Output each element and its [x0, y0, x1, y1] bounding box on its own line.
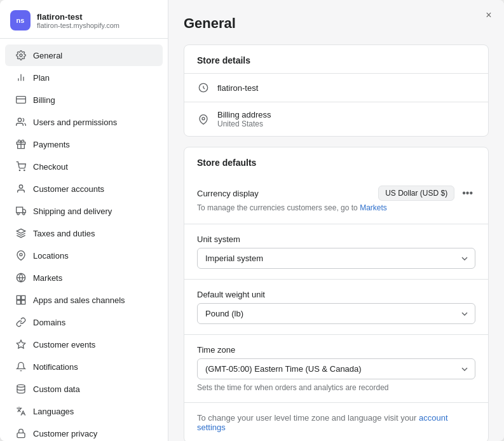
sidebar-item-custom-data[interactable]: Custom data	[5, 378, 163, 400]
svg-point-12	[17, 213, 19, 215]
taxes-icon	[15, 227, 27, 239]
weight-section: Default weight unit Pound (lb)	[184, 279, 488, 334]
main-content: General Store details flatiron-test Bill…	[168, 0, 504, 441]
apps-icon	[15, 294, 27, 306]
store-defaults-title: Store defaults	[184, 147, 488, 175]
users-icon	[15, 116, 27, 128]
currency-badge: US Dollar (USD $)	[378, 186, 454, 201]
unit-system-select[interactable]: Imperial system	[197, 248, 475, 269]
timezone-select[interactable]: (GMT-05:00) Eastern Time (US & Canada)	[197, 358, 475, 379]
checkout-icon	[15, 161, 27, 172]
sidebar-item-label-taxes: Taxes and duties	[33, 229, 95, 238]
custom-icon	[15, 383, 27, 395]
currency-desc: To manage the currencies customers see, …	[197, 203, 475, 212]
svg-rect-4	[17, 97, 26, 104]
store-header: ns flatiron-test flatiron-test.myshopify…	[0, 0, 168, 39]
sidebar-item-label-general: General	[33, 51, 62, 60]
store-info: flatiron-test flatiron-test.myshopify.co…	[37, 12, 119, 29]
billing-icon	[15, 94, 27, 105]
languages-icon	[15, 405, 27, 417]
store-icon	[197, 81, 210, 94]
timezone-wrapper: (GMT-05:00) Eastern Time (US & Canada)	[197, 358, 475, 379]
currency-row: Currency display US Dollar (USD $) •••	[197, 186, 475, 201]
svg-point-22	[17, 384, 25, 387]
sidebar-item-label-markets: Markets	[33, 273, 62, 283]
store-name-row: flatiron-test	[184, 73, 488, 102]
markets-icon	[15, 272, 27, 283]
sidebar-item-privacy[interactable]: Customer privacy	[5, 423, 163, 441]
weight-label: Default weight unit	[197, 290, 475, 299]
sidebar-item-markets[interactable]: Markets	[5, 267, 163, 288]
sidebar-item-label-plan: Plan	[33, 73, 50, 83]
shipping-icon	[15, 205, 27, 217]
sidebar-item-languages[interactable]: Languages	[5, 400, 163, 422]
svg-rect-17	[17, 295, 20, 299]
sidebar-item-users[interactable]: Users and permissions	[5, 111, 163, 133]
account-link-row: To change your user level time zone and …	[184, 402, 488, 441]
sidebar-item-label-notifications: Notifications	[33, 362, 78, 372]
app-window: × ns flatiron-test flatiron-test.myshopi…	[0, 0, 504, 441]
svg-rect-18	[22, 295, 25, 299]
timezone-label: Time zone	[197, 345, 475, 355]
timezone-hint: Sets the time for when orders and analyt…	[197, 383, 475, 392]
sidebar-item-customer-accounts[interactable]: Customer accounts	[5, 178, 163, 200]
svg-point-7	[19, 170, 20, 170]
sidebar-item-label-privacy: Customer privacy	[33, 429, 97, 438]
sidebar-item-label-users: Users and permissions	[33, 118, 117, 127]
svg-rect-20	[22, 301, 25, 304]
location-icon	[15, 250, 27, 261]
sidebar-item-notifications[interactable]: Notifications	[5, 356, 163, 377]
sidebar-item-domains[interactable]: Domains	[5, 311, 163, 333]
weight-select[interactable]: Pound (lb)	[197, 303, 475, 324]
billing-value: United States	[217, 119, 271, 128]
sidebar-item-label-billing: Billing	[33, 95, 55, 105]
sidebar-item-label-customer-accounts: Customer accounts	[33, 184, 104, 194]
unit-system-section: Unit system Imperial system	[184, 224, 488, 279]
svg-rect-10	[17, 207, 23, 213]
close-button[interactable]: ×	[481, 8, 496, 23]
sidebar-item-apps[interactable]: Apps and sales channels	[5, 289, 163, 311]
currency-section: Currency display US Dollar (USD $) ••• T…	[184, 175, 488, 224]
svg-point-13	[23, 213, 25, 215]
domains-icon	[15, 316, 27, 328]
svg-point-8	[24, 170, 25, 170]
timezone-section: Time zone (GMT-05:00) Eastern Time (US &…	[184, 334, 488, 402]
svg-point-9	[19, 185, 22, 188]
svg-rect-19	[17, 301, 20, 304]
svg-rect-23	[17, 433, 25, 437]
sidebar-item-payments[interactable]: Payments	[5, 133, 163, 155]
sidebar-item-billing[interactable]: Billing	[5, 89, 163, 111]
svg-point-27	[202, 117, 205, 119]
sidebar-item-checkout[interactable]: Checkout	[5, 156, 163, 177]
sidebar-item-shipping[interactable]: Shipping and delivery	[5, 200, 163, 222]
sidebar-item-label-languages: Languages	[33, 407, 74, 416]
sidebar-item-taxes[interactable]: Taxes and duties	[5, 222, 163, 244]
svg-point-14	[20, 254, 22, 256]
svg-point-6	[18, 118, 21, 121]
markets-link[interactable]: Markets	[360, 203, 387, 212]
notifications-icon	[15, 361, 27, 372]
unit-system-wrapper: Imperial system	[197, 248, 475, 269]
weight-wrapper: Pound (lb)	[197, 303, 475, 324]
store-name: flatiron-test	[37, 12, 119, 22]
sidebar-item-label-custom-data: Custom data	[33, 384, 80, 394]
sidebar-item-label-checkout: Checkout	[33, 162, 68, 172]
sidebar-nav: General Plan Billing Users	[0, 39, 168, 441]
currency-more-button[interactable]: •••	[460, 186, 475, 200]
location-detail-icon	[197, 113, 210, 126]
events-icon	[15, 339, 27, 350]
sidebar-item-label-shipping: Shipping and delivery	[33, 207, 112, 216]
sidebar-item-customer-events[interactable]: Customer events	[5, 334, 163, 355]
sidebar-item-locations[interactable]: Locations	[5, 245, 163, 266]
chart-icon	[15, 72, 27, 83]
currency-label: Currency display	[197, 189, 259, 198]
svg-point-0	[20, 54, 22, 57]
privacy-icon	[15, 428, 27, 439]
page-title: General	[184, 15, 489, 32]
store-name-detail: flatiron-test	[217, 83, 258, 93]
billing-address-row: Billing address United States	[184, 102, 488, 136]
sidebar-item-plan[interactable]: Plan	[5, 67, 163, 88]
sidebar-item-label-domains: Domains	[33, 318, 65, 327]
payments-icon	[15, 139, 27, 150]
sidebar-item-general[interactable]: General	[5, 44, 163, 66]
